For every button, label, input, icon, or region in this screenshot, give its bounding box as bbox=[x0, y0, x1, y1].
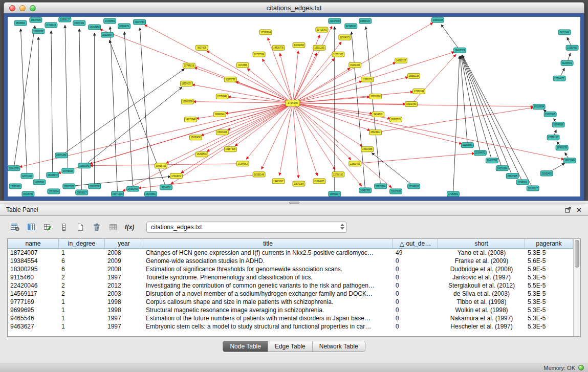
citation-edge[interactable] bbox=[84, 87, 182, 166]
graph-node[interactable]: 24526894 bbox=[496, 166, 508, 171]
table-row[interactable]: 2242004622012Investigating the contribut… bbox=[8, 281, 580, 290]
citation-graph[interactable]: 1724046943460310391210113812701524946316… bbox=[8, 17, 580, 196]
citation-edge-red[interactable] bbox=[201, 103, 293, 136]
table-selector-dropdown[interactable]: citations_edges.txt bbox=[146, 222, 347, 233]
graph-node[interactable]: 14859127 bbox=[329, 191, 341, 196]
scrollbar-thumb[interactable] bbox=[575, 240, 579, 268]
citation-edge[interactable] bbox=[51, 31, 53, 175]
graph-node[interactable]: 17182551 bbox=[447, 191, 459, 196]
delete-column-button[interactable] bbox=[90, 221, 103, 233]
graph-node[interactable]: 17859127 bbox=[547, 135, 559, 140]
citation-edge-red[interactable] bbox=[227, 103, 293, 130]
citation-edge-red[interactable] bbox=[411, 54, 456, 104]
graph-node[interactable]: 18415783 bbox=[155, 163, 167, 168]
graph-node[interactable]: 16293561 bbox=[195, 152, 208, 157]
citation-edge[interactable] bbox=[14, 26, 35, 168]
window-minimize-button[interactable] bbox=[19, 5, 26, 11]
column-header-pagerank[interactable]: pagerank bbox=[525, 239, 573, 249]
citation-edge[interactable] bbox=[460, 56, 467, 145]
graph-node[interactable]: 19415783 bbox=[134, 19, 146, 25]
tab-edge-table[interactable]: Edge Table bbox=[268, 341, 312, 352]
graph-node[interactable]: 9526894 bbox=[14, 20, 27, 26]
citation-edge[interactable] bbox=[61, 69, 185, 156]
graph-node[interactable]: 21637905 bbox=[329, 18, 341, 24]
table-row[interactable]: 977716911998Corpus callosum shape and si… bbox=[8, 298, 580, 306]
graph-node[interactable]: 14526894 bbox=[533, 104, 545, 109]
graph-node[interactable]: 14293561 bbox=[33, 180, 46, 185]
graph-node[interactable]: 20859127 bbox=[76, 190, 88, 195]
window-titlebar[interactable]: citations_edges.txt bbox=[4, 2, 584, 13]
graph-node[interactable]: 23859127 bbox=[359, 18, 372, 24]
graph-node[interactable]: 25023941 bbox=[369, 130, 382, 135]
graph-node[interactable]: 12071349 bbox=[21, 173, 33, 179]
graph-node[interactable]: 18637905 bbox=[63, 184, 75, 189]
graph-node[interactable]: 17284063 bbox=[236, 161, 249, 166]
import-table-button[interactable] bbox=[74, 221, 87, 233]
citation-edge[interactable] bbox=[372, 153, 413, 186]
graph-node[interactable]: 18192450 bbox=[405, 101, 418, 106]
graph-node[interactable]: 11381270 bbox=[361, 77, 374, 82]
graph-node[interactable]: 10727396 bbox=[253, 52, 265, 57]
citation-edge-red[interactable] bbox=[293, 23, 433, 103]
graph-node[interactable]: 23415783 bbox=[486, 158, 498, 163]
citation-edge-red[interactable] bbox=[293, 103, 351, 160]
column-header-title[interactable]: title bbox=[143, 239, 393, 249]
graph-node[interactable]: 23801492 bbox=[349, 161, 361, 166]
graph-node[interactable]: 11293561 bbox=[561, 60, 573, 65]
graph-node[interactable]: 12637905 bbox=[390, 189, 402, 194]
graph-node[interactable]: 20526894 bbox=[101, 32, 114, 37]
citation-edge-red[interactable] bbox=[207, 103, 293, 151]
citation-edge-red[interactable] bbox=[293, 103, 335, 169]
citation-edge[interactable] bbox=[38, 37, 39, 182]
graph-node[interactable]: 20182450 bbox=[540, 171, 553, 176]
graph-node[interactable]: 9637905 bbox=[195, 45, 208, 50]
citation-edge-red[interactable] bbox=[247, 69, 293, 103]
graph-node[interactable]: 13415783 bbox=[453, 48, 466, 53]
table-row[interactable]: 946362711997Embryonic stem cells: a mode… bbox=[8, 322, 580, 331]
citation-edge-red[interactable] bbox=[280, 53, 293, 103]
graph-node[interactable]: 9304672 bbox=[160, 185, 172, 190]
graph-node[interactable]: 18960238 bbox=[556, 145, 568, 150]
graph-node[interactable]: 18304672 bbox=[118, 24, 130, 29]
table-row[interactable]: 1456911722003Disruption of a novel membe… bbox=[8, 290, 580, 298]
table-row[interactable]: 1830029562008Estimation of significance … bbox=[8, 265, 580, 273]
graph-node[interactable]: 9434603 bbox=[372, 112, 384, 117]
graph-node[interactable]: 24960238 bbox=[432, 17, 444, 23]
graph-node[interactable]: 10748016 bbox=[183, 63, 195, 68]
delete-table-button[interactable] bbox=[106, 221, 120, 233]
graph-node[interactable]: 19463027 bbox=[272, 179, 285, 184]
citation-edge-red[interactable] bbox=[293, 68, 350, 103]
graph-node[interactable]: 16748016 bbox=[552, 122, 564, 127]
row-tools-button[interactable] bbox=[57, 221, 71, 233]
create-column-button[interactable] bbox=[41, 221, 54, 233]
table-row[interactable]: 946554611997Estimation of the future num… bbox=[8, 314, 580, 322]
graph-node[interactable]: 22304672 bbox=[474, 150, 486, 156]
panel-splitter[interactable] bbox=[0, 201, 588, 204]
graph-node[interactable]: 19071349 bbox=[563, 158, 576, 163]
table-row[interactable]: 1938455462009Genome-wide association stu… bbox=[8, 257, 580, 265]
graph-node[interactable]: 13960238 bbox=[32, 29, 45, 34]
graph-node[interactable]: 11304672 bbox=[339, 35, 351, 40]
graph-node[interactable]: 10182450 bbox=[566, 45, 578, 50]
table-row[interactable]: 911546021997Tourette syndrome. Phenomeno… bbox=[8, 273, 580, 281]
citation-edge-red[interactable] bbox=[279, 103, 293, 176]
graph-node[interactable]: 12859127 bbox=[59, 17, 71, 22]
graph-node[interactable]: 15182450 bbox=[189, 135, 202, 140]
graph-node[interactable]: 22748016 bbox=[345, 24, 357, 29]
citation-edge-red[interactable] bbox=[293, 103, 298, 178]
citation-edge-red[interactable] bbox=[90, 103, 293, 164]
graph-node[interactable]: 12750841 bbox=[216, 94, 228, 99]
citation-edge-red[interactable] bbox=[100, 29, 293, 103]
graph-node[interactable]: 20571384 bbox=[293, 181, 305, 186]
citation-edge-red[interactable] bbox=[144, 25, 293, 103]
graph-node[interactable]: 14636778 bbox=[272, 45, 285, 50]
citation-edge[interactable] bbox=[366, 27, 381, 186]
citation-edge-red[interactable] bbox=[293, 103, 462, 144]
citation-edge[interactable] bbox=[65, 25, 68, 171]
graph-node[interactable]: 18390146 bbox=[253, 172, 265, 177]
graph-node[interactable]: 25637905 bbox=[506, 173, 518, 179]
graph-node[interactable]: 13748016 bbox=[408, 184, 420, 189]
graph-node[interactable]: 11526894 bbox=[375, 184, 387, 189]
table-row[interactable]: 969969511998Structural magnetic resonanc… bbox=[8, 306, 580, 314]
graph-node[interactable]: 16415783 bbox=[22, 191, 34, 196]
